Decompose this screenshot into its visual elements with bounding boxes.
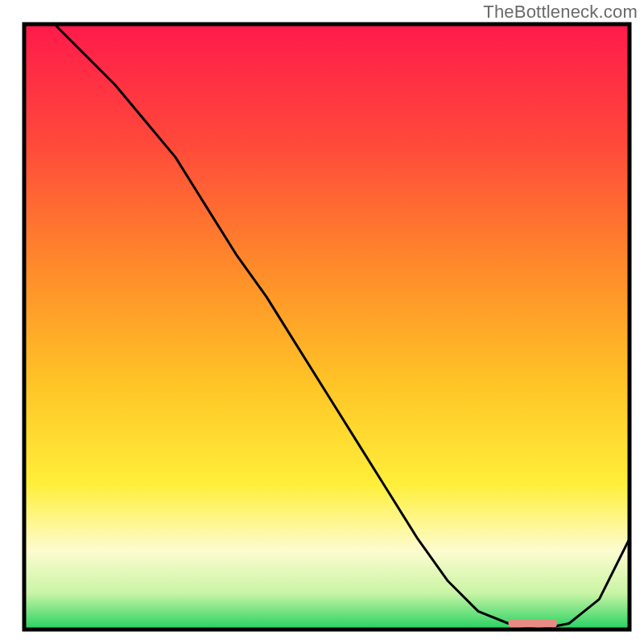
plot-area [24, 24, 630, 630]
trough-marker [509, 620, 557, 628]
bottleneck-chart [0, 0, 644, 644]
chart-container: TheBottleneck.com [0, 0, 644, 644]
gradient-background [24, 24, 630, 630]
watermark-text: TheBottleneck.com [483, 2, 638, 23]
